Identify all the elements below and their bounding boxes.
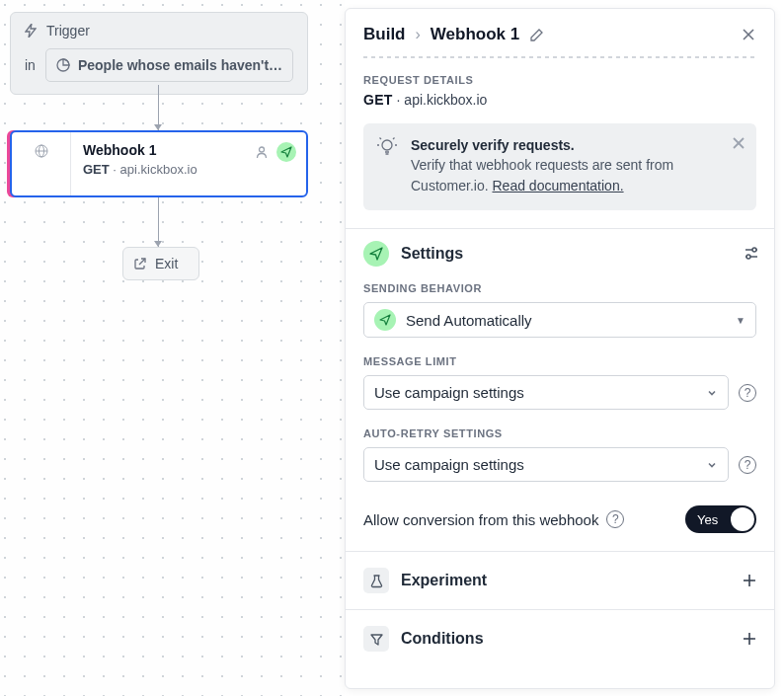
beaker-icon [363,568,389,593]
webhook-node-subtitle: GET · api.kickbox.io [83,162,294,177]
message-limit-label: Message Limit [363,355,756,367]
person-icon [255,145,269,159]
toggle-value-label: Yes [697,512,718,527]
send-icon [374,309,396,331]
exit-label: Exit [155,256,178,271]
trigger-in-label: in [25,57,36,73]
breadcrumb: Build › Webhook 1 [363,25,544,44]
sending-behavior-value: Send Automatically [406,312,532,329]
close-panel-icon[interactable] [741,27,756,42]
trigger-filter-chip[interactable]: People whose emails haven't… [45,48,293,82]
chevron-down-icon: ▼ [736,315,745,326]
webhook-thumbnail [12,132,71,195]
settings-advanced-icon[interactable] [743,245,760,263]
conditions-section[interactable]: Conditions [346,609,774,667]
conversion-toggle[interactable]: Yes [685,505,756,533]
filter-icon [363,626,389,652]
conditions-heading: Conditions [401,630,484,648]
svg-point-20 [746,255,750,259]
workflow-canvas[interactable]: Trigger in People whose emails haven't… … [0,0,345,696]
experiment-section[interactable]: Experiment [346,551,774,609]
message-limit-select-wrap: Use campaign settings [363,375,729,410]
bolt-icon [25,24,37,38]
message-limit-help-icon[interactable]: ? [739,384,756,402]
banner-close-icon[interactable] [731,135,746,151]
info-banner: Securely verify requests. Verify that we… [363,123,756,210]
settings-heading: Settings [401,245,463,263]
exit-node[interactable]: Exit [122,247,199,280]
sending-behavior-select[interactable]: Send Automatically ▼ [363,302,756,338]
toggle-knob [731,507,754,531]
globe-icon [35,144,48,158]
detail-panel: Build › Webhook 1 Request Details GET · … [345,8,775,689]
trigger-label: Trigger [46,23,90,39]
banner-body: Verify that webhook requests are sent fr… [411,155,717,196]
request-details-heading: Request Details [363,74,756,86]
trigger-filter-text: People whose emails haven't… [78,57,282,73]
connector-line [158,197,159,247]
chevron-right-icon: › [416,26,421,43]
segment-icon [56,58,70,72]
message-limit-select[interactable]: Use campaign settings [364,376,728,409]
dashed-divider [363,56,756,58]
auto-retry-select[interactable]: Use campaign settings [364,448,728,481]
breadcrumb-current: Webhook 1 [431,25,519,44]
svg-point-18 [752,248,756,252]
banner-docs-link[interactable]: Read documentation. [492,178,623,193]
conditions-add-icon[interactable] [741,630,758,648]
auto-retry-help-icon[interactable]: ? [739,456,756,474]
settings-send-icon [363,241,389,267]
experiment-heading: Experiment [401,572,487,589]
lightbulb-icon [377,137,397,196]
conversion-label: Allow conversion from this webhook [363,511,598,528]
sending-behavior-label: Sending Behavior [363,282,756,294]
svg-line-5 [139,259,145,265]
conversion-help-icon[interactable]: ? [606,510,624,528]
request-details-line: GET · api.kickbox.io [363,92,756,108]
svg-point-8 [382,140,392,150]
breadcrumb-root[interactable]: Build [363,25,406,44]
webhook-node[interactable]: Webhook 1 GET · api.kickbox.io [10,130,308,197]
auto-retry-select-wrap: Use campaign settings [363,447,729,482]
experiment-add-icon[interactable] [741,572,758,589]
edit-name-icon[interactable] [529,28,544,42]
external-link-icon [133,257,147,271]
svg-line-14 [393,138,395,140]
auto-retry-label: Auto-Retry Settings [363,427,756,439]
send-status-badge [276,142,296,162]
svg-line-13 [380,138,382,140]
banner-title: Securely verify requests. [411,137,717,153]
svg-point-4 [260,147,265,152]
trigger-node[interactable]: Trigger in People whose emails haven't… [10,12,308,95]
